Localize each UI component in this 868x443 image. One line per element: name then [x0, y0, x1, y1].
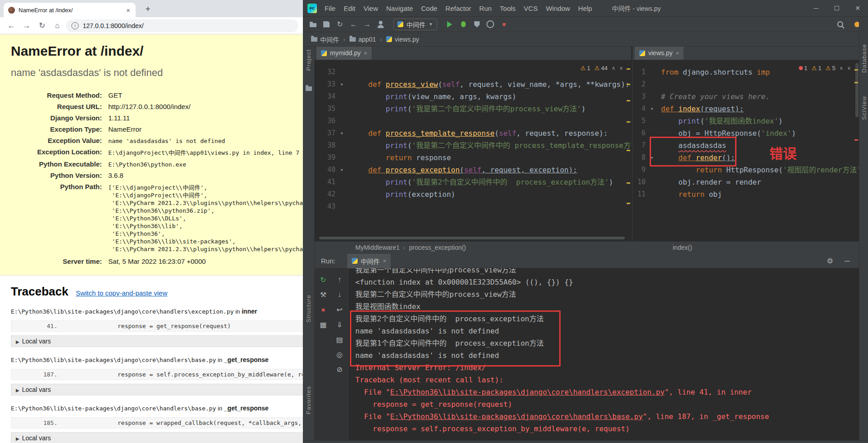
editor-breadcrumb-item[interactable]: process_exception(): [409, 242, 466, 254]
local-vars-toggle[interactable]: ▶Local vars: [11, 384, 303, 395]
code-editor-mymidd[interactable]: 3233▾ def process_view(self, request, vi…: [315, 60, 631, 241]
menu-vcs[interactable]: VCS: [520, 5, 542, 12]
arrow-down-icon[interactable]: ↓: [334, 289, 345, 300]
open-icon[interactable]: [307, 19, 318, 30]
vertical-scrollbar[interactable]: [855, 63, 859, 117]
pin-icon[interactable]: ◎: [334, 349, 345, 360]
search-icon[interactable]: [835, 19, 846, 30]
trash-icon[interactable]: ⊘: [334, 364, 345, 375]
code-line[interactable]: 6 obj = HttpResponse('index'): [633, 127, 859, 139]
softwrap-icon[interactable]: ↩: [334, 304, 345, 315]
menu-run[interactable]: Run: [475, 5, 496, 12]
profiler-icon[interactable]: [485, 19, 496, 30]
stop-icon[interactable]: ■: [499, 19, 509, 30]
coverage-icon[interactable]: [472, 19, 482, 30]
home-icon[interactable]: ⌂: [51, 19, 64, 33]
run-icon[interactable]: [444, 19, 455, 30]
fold-chevron-icon[interactable]: ▾: [648, 103, 656, 115]
fold-chevron-icon[interactable]: ▾: [648, 152, 656, 164]
code-line[interactable]: 33▾ def process_view(self, request, view…: [315, 78, 631, 91]
layout-icon[interactable]: ▦: [318, 319, 329, 330]
close-icon[interactable]: ✕: [847, 0, 868, 16]
copy-paste-view-link[interactable]: Switch to copy-and-paste view: [76, 289, 168, 297]
code-line[interactable]: 40▾ def process_exception(self, request,…: [315, 164, 631, 176]
stop-icon[interactable]: ■: [318, 304, 329, 315]
reload-icon[interactable]: ↻: [35, 19, 49, 33]
code-line[interactable]: 36: [315, 115, 631, 127]
close-tab-icon[interactable]: ×: [676, 50, 679, 57]
code-line[interactable]: 34 print(view_name, args, kwargs): [315, 91, 631, 103]
back-icon[interactable]: ←: [5, 19, 18, 33]
warning-icon[interactable]: ⚠1: [811, 65, 821, 71]
code-line[interactable]: 7 asdasdasdas: [633, 139, 859, 152]
menu-refactor[interactable]: Refactor: [441, 5, 475, 12]
sync-icon[interactable]: ↻: [335, 19, 345, 30]
close-tab-icon[interactable]: ×: [125, 6, 131, 14]
fold-chevron-icon[interactable]: ▾: [338, 164, 345, 176]
warning-icon[interactable]: ⚠5: [826, 65, 835, 71]
breadcrumb-item[interactable]: app01: [349, 36, 376, 43]
run-console[interactable]: 我是第一个自定义中间件中的process_view方法<function ind…: [355, 268, 855, 440]
favorites-tool-button[interactable]: Favorites: [305, 386, 312, 414]
forward-icon[interactable]: →: [20, 19, 33, 33]
sciview-tool-button[interactable]: SciView: [861, 96, 868, 120]
stripe-mark-error[interactable]: [854, 139, 858, 141]
editor-breadcrumb-item[interactable]: MyMiddleware1: [355, 242, 400, 254]
code-line[interactable]: 35 print('我是第二个自定义中间件中的process_view方法'): [315, 103, 631, 115]
print-icon[interactable]: ▤: [334, 334, 345, 345]
new-tab-button[interactable]: +: [142, 3, 154, 15]
console-file-link[interactable]: E:\Python36\lib\site-packages\django\cor…: [390, 412, 643, 421]
prev-issue-icon[interactable]: ∧: [612, 65, 615, 71]
stripe-mark[interactable]: [627, 182, 630, 184]
stripe-mark[interactable]: [627, 121, 630, 123]
code-line[interactable]: 3# Create your views here.: [633, 91, 859, 103]
next-issue-icon[interactable]: ∨: [619, 65, 623, 71]
local-vars-toggle[interactable]: ▶Local vars: [11, 335, 303, 347]
frame-code-line[interactable]: 187.response = self.process_exception_by…: [11, 369, 303, 380]
forward-icon[interactable]: →: [362, 19, 373, 30]
prev-issue-icon[interactable]: ∧: [840, 65, 843, 71]
stripe-mark[interactable]: [627, 84, 630, 85]
editor-tab-mymidd[interactable]: mymidd.py ×: [316, 47, 372, 60]
close-tab-icon[interactable]: ×: [364, 50, 368, 57]
menu-tools[interactable]: Tools: [496, 5, 520, 12]
breadcrumb-item[interactable]: 中间件: [311, 35, 339, 44]
code-line[interactable]: 37▾ def process_template_response(self, …: [315, 127, 631, 139]
fold-chevron-icon[interactable]: ▾: [338, 127, 345, 139]
minimize-icon[interactable]: ─: [806, 0, 826, 16]
editor-tab-views[interactable]: views.py ×: [635, 47, 684, 60]
menu-file[interactable]: File: [321, 5, 340, 12]
profile-icon[interactable]: [375, 19, 386, 30]
run-config-selector[interactable]: 中间件 ▼: [393, 19, 437, 30]
code-line[interactable]: 5 print('我是视图函数index'): [633, 115, 859, 127]
menu-navigate[interactable]: Navigate: [382, 5, 417, 12]
frame-code-line[interactable]: 41.response = get_response(request): [11, 320, 303, 332]
menu-view[interactable]: View: [359, 5, 382, 12]
horizontal-scrollbar[interactable]: [319, 237, 625, 239]
stripe-mark[interactable]: [854, 82, 858, 83]
code-line[interactable]: 8▾ def render():: [633, 152, 859, 164]
structure-tool-button[interactable]: Structure: [305, 295, 312, 323]
save-icon[interactable]: [321, 19, 332, 30]
project-tool-button[interactable]: Project: [305, 49, 312, 71]
local-vars-toggle[interactable]: ▶Local vars: [11, 432, 303, 443]
database-tool-button[interactable]: Database: [861, 44, 868, 73]
menu-edit[interactable]: Edit: [340, 5, 359, 12]
arrow-up-icon[interactable]: ↑: [334, 274, 345, 285]
site-info-icon[interactable]: i: [71, 22, 79, 29]
code-line[interactable]: 4▾def index(request):: [633, 103, 859, 115]
code-line[interactable]: 39 return response: [315, 152, 631, 164]
breadcrumb-item[interactable]: views.py: [386, 36, 419, 43]
address-bar[interactable]: i 127.0.0.1:8000/index/: [66, 19, 298, 32]
frame-code-line[interactable]: 185.response = wrapped_callback(request,…: [11, 417, 303, 429]
next-issue-icon[interactable]: ∨: [847, 65, 851, 71]
gear-icon[interactable]: ⚙: [825, 256, 835, 267]
maximize-icon[interactable]: ☐: [826, 0, 847, 16]
menu-window[interactable]: Window: [542, 5, 574, 12]
stripe-mark[interactable]: [627, 68, 630, 70]
project-folder-icon[interactable]: [306, 86, 312, 91]
code-line[interactable]: 9 return HttpResponse('视图层的render方法'): [633, 164, 859, 176]
fold-chevron-icon[interactable]: ▾: [338, 78, 345, 91]
code-line[interactable]: 10 obj.render = render: [633, 176, 859, 188]
code-line[interactable]: 38 print('我是第二个自定义中间件中的 process_template…: [315, 139, 631, 152]
